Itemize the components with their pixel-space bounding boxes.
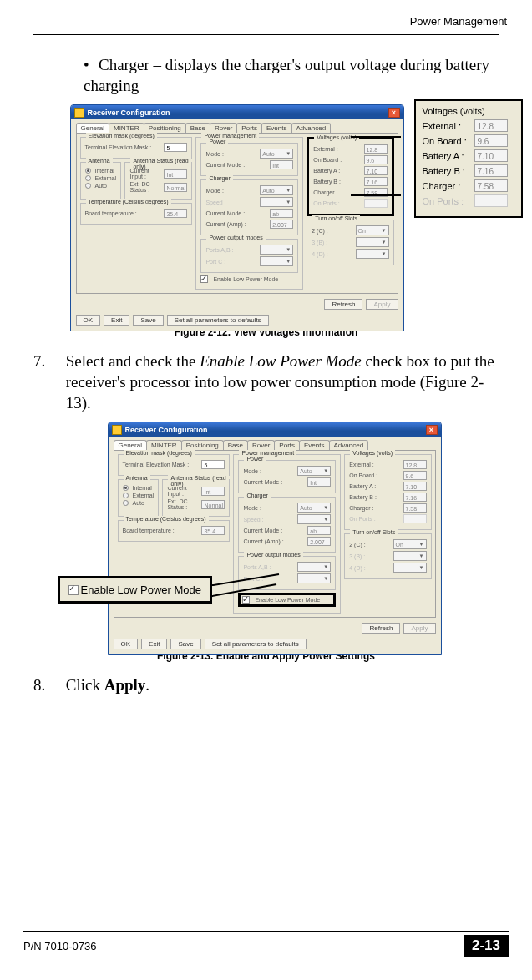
- tab-rover[interactable]: Rover: [247, 440, 275, 450]
- terminal-elevation-input[interactable]: 5: [164, 143, 187, 152]
- terminal-elevation-input[interactable]: 5: [201, 460, 225, 469]
- group-title: Elevation mask (degrees): [124, 450, 195, 456]
- tab-events[interactable]: Events: [299, 440, 329, 450]
- antenna-status-group: Antenna Status (read only) Current Input…: [124, 162, 192, 200]
- window-titlebar: Receiver Configuration ×: [71, 105, 403, 119]
- tab-events[interactable]: Events: [261, 123, 291, 133]
- tab-positioning[interactable]: Positioning: [144, 123, 186, 133]
- app-icon: [112, 425, 122, 435]
- power-mode-select[interactable]: Auto▼: [297, 466, 331, 476]
- chevron-down-icon: ▼: [323, 564, 328, 569]
- ok-button[interactable]: OK: [76, 315, 101, 326]
- antenna-external-radio[interactable]: [85, 175, 91, 181]
- defaults-button[interactable]: Set all parameters to defaults: [167, 315, 269, 326]
- current-input-value: Int: [164, 169, 187, 179]
- group-title: Temperature (Celsius degrees): [86, 199, 171, 205]
- group-title: Charger: [244, 493, 270, 498]
- charger-mode-select[interactable]: Auto▼: [297, 503, 331, 513]
- slot-2c-select[interactable]: On▼: [393, 539, 427, 549]
- callout2-label: Enable Low Power Mode: [81, 583, 202, 596]
- group-title: Antenna: [86, 158, 113, 164]
- charger-mode-label: Mode :: [205, 188, 257, 194]
- volt-battb-value: 7.16: [364, 177, 388, 186]
- charger-speed-label: Speed :: [243, 517, 295, 523]
- tab-base[interactable]: Base: [185, 123, 210, 133]
- callout-battb-value: 7.16: [474, 164, 508, 177]
- exit-button[interactable]: Exit: [104, 315, 129, 326]
- volt-external-value: 12.8: [403, 460, 427, 469]
- close-icon[interactable]: ×: [388, 108, 400, 118]
- antenna-internal-label: Internal: [133, 485, 152, 491]
- volt-battb-label: Battery B :: [313, 179, 361, 184]
- ports-ab-select: ▼: [260, 245, 293, 255]
- slot-4d-label: 4 (D) :: [312, 251, 352, 257]
- antenna-group: Antenna Internal External Auto: [80, 162, 122, 200]
- close-icon[interactable]: ×: [426, 425, 438, 435]
- power-mode-select[interactable]: Auto▼: [260, 149, 293, 159]
- tab-positioning[interactable]: Positioning: [181, 440, 224, 450]
- tab-minter[interactable]: MINTER: [146, 440, 182, 450]
- charger-mode-label: Mode :: [243, 505, 295, 511]
- save-button[interactable]: Save: [133, 315, 163, 326]
- charger-amp-label: Current (Amp) :: [205, 221, 267, 227]
- refresh-button[interactable]: Refresh: [324, 299, 362, 310]
- charger-mode-select[interactable]: Auto▼: [260, 185, 293, 195]
- exit-button[interactable]: Exit: [141, 639, 167, 649]
- antenna-internal-radio[interactable]: [85, 168, 91, 174]
- volt-battb-label: Battery B :: [349, 494, 400, 500]
- chevron-down-icon: ▼: [286, 259, 291, 264]
- tab-base[interactable]: Base: [223, 440, 248, 450]
- temperature-group: Temperature (Celsius degrees) Board temp…: [118, 520, 231, 542]
- tab-advanced[interactable]: Advanced: [329, 440, 369, 450]
- terminal-elevation-label: Terminal Elevation Mask :: [123, 462, 200, 467]
- slot-2c-select[interactable]: On▼: [356, 225, 389, 235]
- apply-button[interactable]: Apply: [403, 623, 435, 634]
- antenna-auto-radio[interactable]: [123, 500, 129, 506]
- volt-charger-value: 7.58: [403, 503, 427, 513]
- chevron-down-icon: ▼: [382, 251, 387, 256]
- charger-cmode-label: Current Mode :: [243, 528, 305, 533]
- tab-ports[interactable]: Ports: [274, 440, 300, 450]
- callout-batta-label: Battery A :: [423, 151, 474, 161]
- current-input-label: Current Input :: [167, 485, 199, 497]
- volt-batta-label: Battery A :: [349, 483, 400, 489]
- ext-dc-value: Normal: [164, 183, 187, 192]
- chevron-down-icon: ▼: [323, 468, 328, 473]
- antenna-internal-radio[interactable]: [123, 485, 129, 491]
- callout-onports-value: [474, 194, 508, 207]
- slot-4d-select: ▼: [356, 249, 389, 259]
- group-title: Voltages (volts): [350, 450, 395, 456]
- antenna-auto-label: Auto: [133, 500, 144, 506]
- elevation-mask-group: Elevation mask (degrees) Terminal Elevat…: [118, 454, 231, 476]
- save-button[interactable]: Save: [170, 639, 200, 649]
- volt-external-value: 12.8: [364, 144, 388, 154]
- refresh-button[interactable]: Refresh: [362, 623, 400, 634]
- chevron-down-icon: ▼: [419, 565, 424, 570]
- tab-minter[interactable]: MINTER: [109, 123, 144, 133]
- board-temp-label: Board temperature :: [85, 210, 162, 216]
- tab-general[interactable]: General: [114, 440, 147, 450]
- ext-dc-label: Ext. DC Status :: [167, 498, 199, 510]
- ok-button[interactable]: OK: [114, 639, 139, 649]
- tab-ports[interactable]: Ports: [236, 123, 262, 133]
- callout-external-value: 12.8: [474, 119, 508, 132]
- charger-cmode-value: ab: [307, 526, 331, 535]
- tab-rover[interactable]: Rover: [210, 123, 237, 133]
- antenna-external-radio[interactable]: [123, 493, 129, 498]
- antenna-auto-radio[interactable]: [85, 183, 91, 189]
- volt-external-label: External :: [313, 146, 361, 152]
- tab-general[interactable]: General: [76, 123, 109, 133]
- charger-amp-value: 2.007: [307, 537, 331, 546]
- enable-low-power-checkbox-highlighted[interactable]: [242, 596, 250, 604]
- step7-text-a: Select and check the: [66, 352, 200, 370]
- tab-advanced[interactable]: Advanced: [291, 123, 332, 133]
- enable-low-power-checkbox[interactable]: [200, 275, 208, 283]
- window-titlebar: Receiver Configuration ×: [109, 422, 441, 437]
- power-group: Power Mode :Auto▼ Current Mode :Int: [200, 143, 298, 176]
- apply-button[interactable]: Apply: [366, 299, 398, 310]
- figure-2-13: Receiver Configuration × General MINTER …: [83, 422, 450, 645]
- defaults-button[interactable]: Set all parameters to defaults: [205, 639, 307, 649]
- bullet-text: Charger – displays the charger's output …: [84, 56, 489, 94]
- tab-strip: General MINTER Positioning Base Rover Po…: [76, 123, 398, 133]
- callout-external-label: External :: [423, 121, 474, 131]
